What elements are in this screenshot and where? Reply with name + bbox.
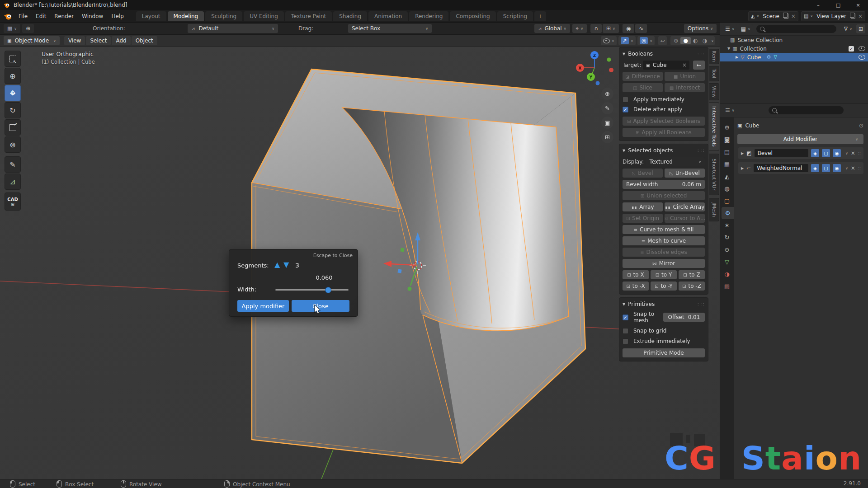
apply-immediately-checkbox[interactable] (623, 97, 628, 103)
nav-axis-x-neg[interactable] (609, 68, 613, 72)
outliner-search-input[interactable] (756, 25, 836, 33)
tab-particles[interactable]: ∗ (720, 219, 734, 231)
snap-to-grid-checkbox[interactable] (623, 328, 628, 334)
tab-compositing[interactable]: Compositing (450, 11, 495, 21)
pin-icon[interactable]: ⊙ (859, 122, 863, 129)
menu-object[interactable]: Object (132, 36, 157, 45)
tab-uv-editing[interactable]: UV Editing (244, 11, 284, 21)
expand-icon[interactable]: ▶ (736, 55, 738, 59)
sidebar-tab-interactive-tools[interactable]: Interactive Tools (709, 102, 719, 151)
tool-fallback-icon[interactable]: ⊕ (22, 24, 34, 33)
tab-layout[interactable]: Layout (136, 11, 166, 21)
tab-world[interactable]: ◍ (720, 183, 734, 195)
mode-dropdown[interactable]: ▣Object Mode∨ (4, 36, 60, 45)
outliner-filter-mode-dropdown[interactable]: ▤∨ (739, 24, 753, 33)
tab-material[interactable]: ◑ (720, 268, 734, 280)
bevel-width-field[interactable]: Bevel width 0.06 m (623, 180, 705, 189)
tab-modeling[interactable]: Modeling (168, 11, 204, 21)
properties-editor-type-dropdown[interactable]: ☰∨ (723, 106, 737, 115)
unbevel-button[interactable]: ◺Un-Bevel (665, 169, 705, 178)
slice-button[interactable]: ◫Slice (623, 83, 663, 92)
ortho-toggle-button[interactable]: ⊞ (601, 131, 613, 143)
union-button[interactable]: ■Union (665, 72, 705, 81)
modifier-name-field[interactable]: WeightedNormal (754, 164, 808, 172)
outliner-row-scene-collection[interactable]: ▥ Scene Collection (720, 36, 868, 44)
tab-tool[interactable]: ⚙ (720, 122, 734, 134)
hide-object-icon[interactable] (859, 55, 865, 60)
menu-render[interactable]: Render (50, 12, 78, 21)
zoom-view-button[interactable]: ⊕ (601, 88, 613, 100)
maximize-button[interactable]: □ (828, 0, 848, 10)
offset-field[interactable]: Offset0.01 (663, 313, 705, 322)
menu-view[interactable]: View (64, 36, 85, 45)
target-field[interactable]: ▣ Cube × (643, 61, 689, 70)
tool-annotate-button[interactable]: ✎ (5, 156, 21, 173)
width-slider-track[interactable] (275, 289, 349, 291)
sidebar-tab-item[interactable]: Item (709, 49, 719, 64)
new-view-layer-icon[interactable] (851, 14, 855, 19)
segments-decrease-icon[interactable]: ▼ (283, 260, 289, 269)
shading-solid-button[interactable]: ● (680, 37, 690, 44)
tab-shading[interactable]: Shading (333, 11, 367, 21)
tab-sculpting[interactable]: Sculpting (205, 11, 242, 21)
shading-material-button[interactable]: ◐ (691, 38, 700, 44)
mirror-to-neg-x-button[interactable]: ⊡to -X (623, 282, 649, 291)
snap-toggle[interactable]: ∩ (590, 24, 602, 33)
tab-modifiers[interactable]: ⚙ (722, 207, 734, 219)
realtime-display-toggle[interactable]: ▢ (822, 149, 830, 157)
options-dropdown[interactable]: Options∨ (684, 24, 717, 33)
menu-window[interactable]: Window (78, 12, 107, 21)
drag-dropdown[interactable]: Select Box∨ (348, 24, 432, 33)
array-button[interactable]: ∎∎Array (623, 202, 663, 211)
outliner-display-mode-dropdown[interactable]: ☰∨ (723, 24, 737, 33)
outliner-row-collection[interactable]: ▼ ▥ Collection ✓ (720, 44, 868, 53)
proportional-editing-toggle[interactable]: ◉ (623, 24, 634, 33)
nav-axis-y-neg[interactable] (607, 58, 611, 62)
tool-cursor-button[interactable]: ⊕ (5, 68, 21, 84)
properties-search-input[interactable] (769, 106, 844, 114)
tab-object-data[interactable]: ▽ (720, 256, 734, 268)
tab-animation[interactable]: Animation (368, 11, 408, 21)
sidebar-tab-jmesh[interactable]: JMesh (709, 198, 719, 221)
tool-scale-button[interactable] (5, 119, 21, 136)
pick-target-button[interactable]: ← (693, 61, 705, 70)
expand-icon[interactable]: ▼ (727, 47, 730, 51)
add-modifier-dropdown[interactable]: Add Modifier ∨ (737, 134, 863, 144)
mirror-to-z-button[interactable]: ⊡to Z (679, 270, 705, 279)
mesh-to-curve-button[interactable]: ≡Mesh to curve (623, 236, 705, 245)
tab-object[interactable]: ▢ (720, 195, 734, 207)
remove-modifier-icon[interactable]: × (851, 165, 855, 171)
tab-physics[interactable]: ↻ (720, 231, 734, 244)
tool-transform-button[interactable]: ⊚ (5, 136, 21, 153)
mirror-to-x-button[interactable]: ⊡to X (623, 270, 649, 279)
dissolve-edges-button[interactable]: ≡Dissolve edges (623, 248, 705, 257)
nav-axis-z-neg[interactable] (596, 81, 600, 85)
menu-add[interactable]: Add (112, 36, 130, 45)
realtime-display-toggle[interactable]: ▢ (822, 164, 830, 172)
edit-mode-toggle[interactable]: ◈ (811, 149, 819, 157)
navigation-gizmo[interactable]: Z X Y (570, 45, 619, 90)
sidebar-tab-tool[interactable]: Tool (709, 66, 719, 81)
set-origin-button[interactable]: ⊡Set Origin (623, 214, 663, 223)
new-scene-icon[interactable] (784, 14, 788, 19)
tab-constraints[interactable]: ⊙ (720, 244, 734, 256)
tool-select-box-button[interactable] (5, 51, 21, 67)
tool-cad-button[interactable]: CAD ⊞ (5, 192, 21, 211)
curve-to-mesh-button[interactable]: ≡Curve to mesh & fill (623, 225, 705, 234)
apply-modifier-button[interactable]: Apply modifier (237, 300, 289, 312)
blender-logo-icon[interactable] (4, 12, 12, 20)
tab-render[interactable]: ◙ (720, 134, 734, 146)
tab-scripting[interactable]: Scripting (497, 11, 533, 21)
outliner-filter-dropdown[interactable]: ∇∨ (842, 24, 854, 33)
transform-orientation-dropdown[interactable]: ⊿Global∨ (534, 24, 570, 33)
panel-header-selected-objects[interactable]: ▼ Selected objects :::: (623, 146, 705, 155)
menu-edit[interactable]: Edit (32, 12, 50, 21)
modifier-name-field[interactable]: Bevel (755, 149, 809, 157)
tab-texture-paint[interactable]: Texture Paint (285, 11, 332, 21)
mirror-to-neg-y-button[interactable]: ⊡to -Y (651, 282, 677, 291)
tab-rendering[interactable]: Rendering (409, 11, 448, 21)
tab-texture[interactable]: ▨ (720, 280, 734, 292)
intersect-button[interactable]: ▩Intersect (665, 83, 705, 92)
apply-selected-booleans-button[interactable]: ⊞Apply Selected Booleans (623, 117, 705, 126)
modifier-extras-dropdown[interactable]: ∨ (845, 151, 848, 155)
